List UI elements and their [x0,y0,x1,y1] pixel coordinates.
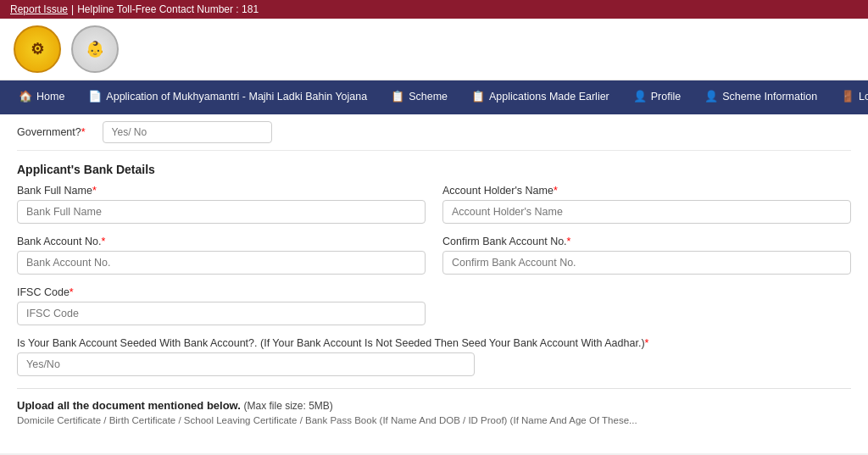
bank-row-1: Bank Full Name* Account Holder's Name* [17,185,851,224]
scheme-icon: 📋 [391,90,404,103]
report-issue-link[interactable]: Report Issue [10,3,68,15]
nav-home[interactable]: 🏠 Home [7,80,76,114]
main-content: Government?* Applicant's Bank Details Ba… [0,114,868,453]
profile-icon: 👤 [633,90,647,103]
ifsc-code-input[interactable] [17,302,426,325]
bank-section-title: Applicant's Bank Details [17,151,851,185]
nav-logout[interactable]: 🚪 Logout [829,80,868,114]
bank-account-no-group: Bank Account No.* [17,236,426,275]
nav-scheme-information[interactable]: 👤 Scheme Information [693,80,829,114]
confirm-bank-account-no-label: Confirm Bank Account No.* [442,236,851,247]
bank-row-4: Is Your Bank Account Seeded With Bank Ac… [17,337,851,376]
bank-row-3: IFSC Code* [17,286,851,325]
bank-full-name-group: Bank Full Name* [17,185,426,224]
navbar: 🏠 Home 📄 Application of Mukhyamantri - M… [0,80,868,114]
nav-scheme[interactable]: 📋 Scheme [379,80,459,114]
confirm-bank-account-no-group: Confirm Bank Account No.* [442,236,851,275]
nav-profile[interactable]: 👤 Profile [621,80,693,114]
confirm-bank-account-no-input[interactable] [442,251,851,275]
account-holder-name-group: Account Holder's Name* [442,185,851,224]
top-bar: Report Issue | Helpline Toll-Free Contac… [0,0,868,19]
upload-section: Upload all the document mentioned below.… [17,388,851,429]
bank-account-no-input[interactable] [17,251,426,275]
bank-full-name-input[interactable] [17,200,426,224]
upload-title: Upload all the document mentioned below.… [17,399,851,412]
nav-application[interactable]: 📄 Application of Mukhyamantri - Majhi La… [76,80,379,114]
account-holder-name-label: Account Holder's Name* [442,185,851,197]
ifsc-code-group: IFSC Code* [17,286,426,325]
aadhar-seed-label: Is Your Bank Account Seeded With Bank Ac… [17,337,851,349]
logo-scheme: 👶 [71,25,119,73]
government-label: Government?* [17,126,86,138]
ifsc-code-label: IFSC Code* [17,286,426,298]
helpline-text: Helpline Toll-Free Contact Number : 181 [77,3,259,15]
scheme-info-icon: 👤 [704,90,718,103]
applications-icon: 📋 [471,90,485,103]
home-icon: 🏠 [19,90,32,103]
logout-icon: 🚪 [841,90,854,103]
logo-maharashtra: ⚙ [14,25,61,73]
nav-applications-made-earlier[interactable]: 📋 Applications Made Earlier [459,80,621,114]
header: ⚙ 👶 [0,19,868,80]
account-holder-name-input[interactable] [442,200,851,224]
application-icon: 📄 [88,90,102,103]
government-row: Government?* [17,114,851,151]
bank-row-2: Bank Account No.* Confirm Bank Account N… [17,236,851,275]
top-bar-separator: | [71,3,74,15]
upload-subtitle: Domicile Certificate / Birth Certificate… [17,415,851,425]
government-input[interactable] [103,121,272,143]
bank-full-name-label: Bank Full Name* [17,185,426,197]
aadhar-seed-group: Is Your Bank Account Seeded With Bank Ac… [17,337,851,376]
bank-account-no-label: Bank Account No.* [17,236,426,247]
aadhar-seed-input[interactable] [17,352,475,376]
